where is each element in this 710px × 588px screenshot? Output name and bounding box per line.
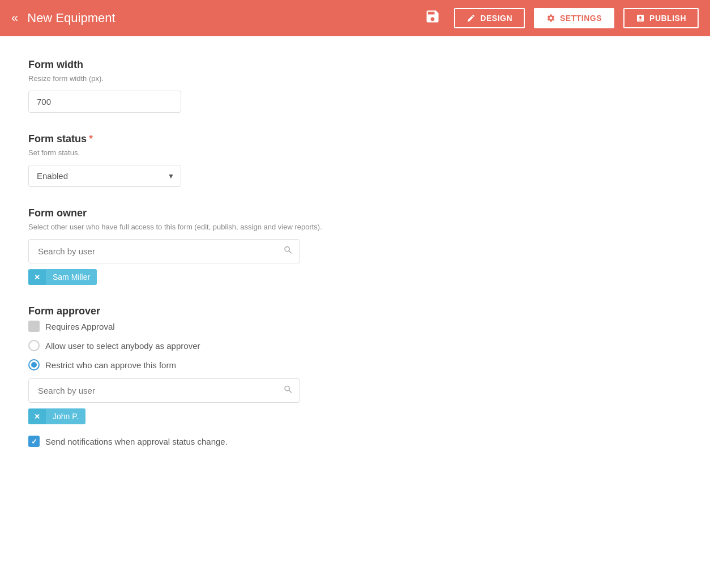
form-status-select-wrapper: Enabled Disabled ▼ [28, 165, 181, 187]
requires-approval-checkbox[interactable] [28, 321, 40, 332]
required-indicator: * [89, 133, 93, 144]
requires-approval-row: Requires Approval [28, 321, 682, 332]
form-width-section: Form width Resize form width (px). [28, 59, 682, 113]
back-icon: « [11, 11, 18, 25]
restrict-approver-radio[interactable] [28, 359, 40, 370]
form-owner-tag: ✕ Sam Miller [28, 269, 97, 285]
settings-button[interactable]: SETTINGS [534, 8, 614, 28]
form-owner-search-button[interactable] [283, 245, 293, 258]
form-owner-tag-label: Sam Miller [46, 269, 97, 285]
main-content: Form width Resize form width (px). Form … [0, 36, 710, 588]
design-button-label: DESIGN [480, 14, 512, 23]
form-owner-search-input[interactable] [28, 239, 300, 263]
form-approver-search-button[interactable] [283, 384, 293, 397]
notification-row: Send notifications when approval status … [28, 436, 682, 447]
form-approver-tag-remove-button[interactable]: ✕ [28, 409, 46, 424]
allow-any-approver-row: Allow user to select anybody as approver [28, 340, 682, 351]
form-approver-tag: ✕ John P. [28, 408, 85, 424]
allow-any-approver-radio[interactable] [28, 340, 40, 351]
design-button[interactable]: DESIGN [454, 8, 525, 28]
form-owner-title: Form owner [28, 207, 682, 219]
back-button[interactable]: « [11, 11, 18, 25]
form-approver-search-wrapper [28, 378, 300, 403]
form-status-title: Form status* [28, 133, 682, 145]
form-approver-tag-label: John P. [46, 408, 85, 424]
publish-button[interactable]: PUBLISH [623, 8, 699, 28]
restrict-approver-row: Restrict who can approve this form [28, 359, 682, 370]
save-button[interactable] [425, 8, 440, 28]
form-width-desc: Resize form width (px). [28, 74, 682, 83]
form-status-select[interactable]: Enabled Disabled [28, 165, 181, 187]
form-status-section: Form status* Set form status. Enabled Di… [28, 133, 682, 187]
form-width-title: Form width [28, 59, 682, 71]
form-approver-search-input[interactable] [28, 378, 300, 403]
form-width-input[interactable] [28, 91, 181, 113]
form-owner-search-wrapper [28, 239, 300, 263]
form-owner-section: Form owner Select other user who have fu… [28, 207, 682, 285]
notification-label: Send notifications when approval status … [45, 437, 228, 446]
header: « New Equipment DESIGN SETTINGS PUBLISH [0, 0, 710, 36]
publish-button-label: PUBLISH [649, 14, 686, 23]
settings-button-label: SETTINGS [560, 14, 602, 23]
allow-any-approver-label: Allow user to select anybody as approver [45, 341, 200, 351]
page-title: New Equipment [27, 11, 416, 25]
restrict-approver-label: Restrict who can approve this form [45, 360, 176, 370]
form-approver-section: Form approver Requires Approval Allow us… [28, 305, 682, 447]
form-owner-tag-remove-button[interactable]: ✕ [28, 270, 46, 285]
form-status-desc: Set form status. [28, 148, 682, 157]
form-owner-desc: Select other user who have full access t… [28, 223, 682, 231]
notification-checkbox[interactable] [28, 436, 40, 447]
form-approver-title: Form approver [28, 305, 682, 317]
requires-approval-label: Requires Approval [45, 322, 115, 331]
